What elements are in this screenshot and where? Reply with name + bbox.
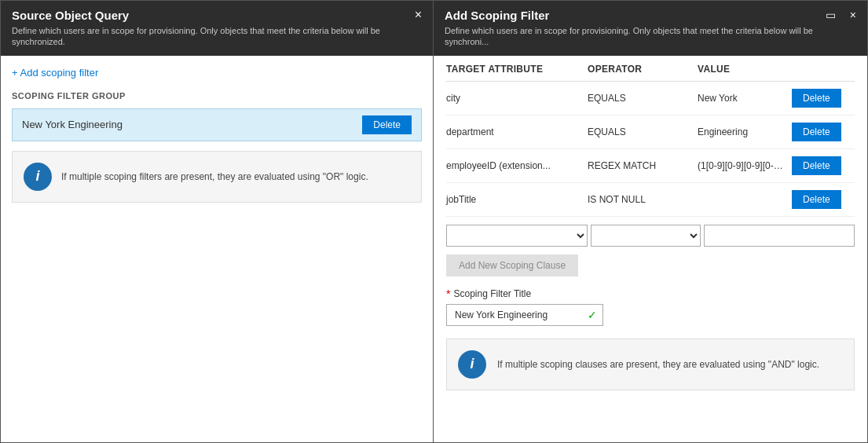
filter-group-name: New York Engineering (22, 119, 123, 130)
delete-filter-group-button[interactable]: Delete (362, 115, 412, 134)
filter-title-text: Scoping Filter Title (453, 288, 531, 299)
info-icon: i (24, 163, 52, 191)
cell-action-3: Delete (792, 156, 855, 175)
filter-title-label: * Scoping Filter Title (446, 287, 855, 300)
left-panel-close-button[interactable]: × (415, 9, 422, 21)
new-value-input[interactable] (704, 225, 855, 247)
filter-group-item: New York Engineering Delete (12, 108, 422, 141)
delete-row-3-button[interactable]: Delete (792, 156, 841, 175)
cell-operator-1: EQUALS (588, 93, 698, 104)
col-header-value: VALUE (698, 64, 792, 75)
filter-title-input[interactable] (446, 304, 603, 326)
right-info-text: If multiple scoping clauses are present,… (497, 357, 819, 372)
left-panel-subtitle: Define which users are in scope for prov… (12, 25, 407, 48)
delete-row-2-button[interactable]: Delete (792, 123, 841, 141)
table-row: employeeID (extension... REGEX MATCH (1[… (446, 149, 855, 183)
right-panel-subtitle: Define which users are in scope for prov… (445, 25, 818, 48)
right-panel-close-button[interactable]: × (850, 9, 856, 20)
table-row: city EQUALS New York Delete (446, 82, 855, 115)
cell-attribute-1: city (446, 93, 588, 104)
panels-container: Source Object Query Define which users a… (0, 0, 868, 443)
right-panel-minimize-button[interactable]: ▭ (826, 9, 836, 21)
title-check-icon: ✓ (588, 309, 597, 321)
required-star: * (446, 287, 450, 300)
delete-row-4-button[interactable]: Delete (792, 190, 841, 209)
new-operator-select[interactable] (591, 225, 701, 247)
cell-operator-3: REGEX MATCH (588, 160, 698, 171)
delete-row-1-button[interactable]: Delete (792, 89, 841, 108)
cell-action-1: Delete (792, 89, 855, 108)
left-panel-body: + Add scoping filter SCOPING FILTER GROU… (1, 56, 433, 442)
right-panel-header-icons: ▭ × (826, 9, 856, 21)
add-scoping-filter-button[interactable]: + Add scoping filter (12, 67, 98, 79)
col-header-operator: OPERATOR (588, 64, 698, 75)
cell-value-1: New York (698, 93, 792, 104)
col-header-action (792, 64, 855, 75)
table-row: jobTitle IS NOT NULL Delete (446, 183, 855, 217)
table-row: department EQUALS Engineering Delete (446, 115, 855, 149)
table-header-row: TARGET ATTRIBUTE OPERATOR VALUE (446, 56, 855, 82)
cell-operator-4: IS NOT NULL (588, 194, 698, 205)
cell-action-4: Delete (792, 190, 855, 209)
cell-attribute-4: jobTitle (446, 194, 588, 205)
left-info-box: i If multiple scoping filters are presen… (12, 151, 422, 203)
scoping-filter-group-label: SCOPING FILTER GROUP (12, 91, 422, 101)
cell-action-2: Delete (792, 123, 855, 141)
right-panel-body: TARGET ATTRIBUTE OPERATOR VALUE city EQU… (434, 56, 867, 442)
cell-value-3: (1[0-9][0-9][0-9][0-9][0-9]... (698, 160, 792, 171)
cell-attribute-2: department (446, 126, 588, 137)
right-panel: Add Scoping Filter Define which users ar… (434, 0, 868, 443)
right-info-box: i If multiple scoping clauses are presen… (446, 339, 855, 390)
left-panel: Source Object Query Define which users a… (0, 0, 434, 443)
cell-value-2: Engineering (698, 126, 792, 137)
left-info-text: If multiple scoping filters are present,… (61, 170, 368, 184)
right-panel-header: Add Scoping Filter Define which users ar… (434, 1, 867, 56)
col-header-attribute: TARGET ATTRIBUTE (446, 64, 588, 75)
right-panel-header-text: Add Scoping Filter Define which users ar… (445, 9, 818, 48)
left-panel-title: Source Object Query (12, 9, 407, 22)
cell-operator-2: EQUALS (588, 126, 698, 137)
add-new-scoping-clause-button[interactable]: Add New Scoping Clause (446, 254, 578, 276)
filter-title-section: * Scoping Filter Title ✓ (446, 287, 855, 326)
right-panel-title: Add Scoping Filter (445, 9, 818, 22)
left-panel-header: Source Object Query Define which users a… (1, 1, 433, 56)
new-attribute-select[interactable] (446, 225, 588, 247)
filter-title-input-wrapper: ✓ (446, 304, 603, 326)
cell-attribute-3: employeeID (extension... (446, 160, 588, 171)
left-panel-header-text: Source Object Query Define which users a… (12, 9, 407, 48)
right-info-icon: i (458, 350, 486, 379)
new-row-inputs (446, 225, 855, 247)
